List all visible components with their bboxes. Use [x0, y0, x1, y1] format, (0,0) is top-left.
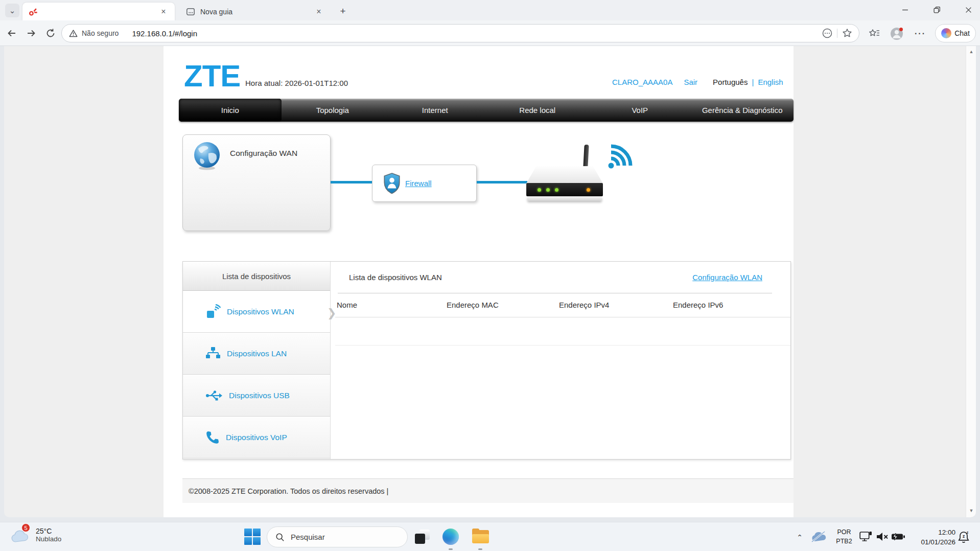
onedrive-tray-button[interactable] [810, 531, 827, 543]
nav-item-rede-local[interactable]: Rede local [486, 99, 589, 122]
tab-title: Nova guia [200, 8, 314, 16]
weather-widget[interactable]: 5 25°C Nublado [10, 526, 61, 543]
clock-date: 01/01/2026 [906, 537, 955, 547]
favorites-hub-button[interactable] [866, 26, 883, 42]
led-green-2 [546, 188, 550, 192]
router-illustration [526, 145, 608, 207]
window-restore-button[interactable] [925, 0, 948, 19]
lang-portuguese[interactable]: Português [713, 78, 748, 86]
router-base [527, 196, 602, 201]
task-view-button[interactable] [415, 530, 430, 545]
nav-item-voip[interactable]: VoIP [589, 99, 691, 122]
wlan-panel-title: Lista de dispositivos WLAN [349, 273, 442, 282]
windows-logo-icon [244, 529, 252, 536]
firewall-card[interactable]: Firewall [372, 165, 477, 202]
profile-button[interactable] [888, 26, 905, 42]
taskbar-clock[interactable]: 12:00 01/01/2026 [906, 527, 955, 547]
sidebar-item-wlan[interactable]: Dispositivos WLAN [183, 291, 330, 333]
sidebar-item-label: Dispositivos VoIP [226, 433, 287, 442]
logout-link[interactable]: Sair [684, 78, 697, 86]
back-button[interactable] [3, 25, 20, 42]
file-explorer-button[interactable] [472, 530, 489, 544]
nav-item-internet[interactable]: Internet [384, 99, 486, 122]
browser-viewport: ZTE Hora atual: 2026-01-01T12:00 CLARO_A… [4, 46, 976, 517]
tab-search-chevron-icon[interactable]: ⌄ [5, 4, 19, 17]
ssid-link[interactable]: CLARO_AAAA0A [612, 78, 672, 86]
bell-dnd-icon: z z [958, 531, 970, 543]
tab-close-icon[interactable]: × [158, 7, 169, 16]
settings-menu-button[interactable]: ··· [912, 26, 929, 42]
new-tab-button[interactable]: + [336, 5, 349, 18]
table-row-divider [335, 317, 790, 317]
globe-icon [193, 141, 221, 171]
restore-icon [934, 7, 940, 13]
browser-tab-strip: ⌄ × Nova guia × + [0, 0, 980, 20]
address-bar[interactable]: Não seguro 192.168.0.1/#/login [61, 24, 859, 42]
scroll-up-icon[interactable]: ▲ [966, 49, 976, 54]
ellipsis-icon: ··· [915, 29, 926, 38]
notifications-tray-button[interactable]: z z [958, 531, 970, 543]
minimize-icon [902, 7, 908, 13]
nav-item-gerencia[interactable]: Gerência & Diagnóstico [691, 99, 794, 122]
copilot-chat-button[interactable]: Chat [935, 24, 976, 42]
search-placeholder: Pesquisar [291, 533, 325, 541]
sidebar-item-label: Dispositivos WLAN [227, 307, 294, 316]
taskbar-search[interactable]: Pesquisar [267, 526, 408, 547]
display-network-icon [859, 531, 872, 543]
sidebar-item-voip[interactable]: Dispositivos VoIP [183, 417, 330, 458]
url-text[interactable]: 192.168.0.1/#/login [132, 29, 820, 38]
sidebar-item-label: Dispositivos USB [229, 391, 290, 400]
nav-item-inicio[interactable]: Inicio [179, 99, 282, 122]
network-tray-button[interactable] [859, 531, 872, 543]
tab-nova-guia[interactable]: Nova guia × [180, 3, 330, 20]
wan-card-label: Configuração WAN [230, 149, 297, 158]
avatar [890, 27, 903, 40]
forward-arrow-icon [26, 28, 36, 38]
page-footer: ©2008-2025 ZTE Corporation. Todos os dir… [182, 478, 794, 503]
forward-button[interactable] [22, 25, 40, 42]
refresh-button[interactable] [42, 25, 59, 42]
lang-english[interactable]: English [758, 78, 783, 86]
chevron-down-icon: ⌄ [9, 6, 16, 15]
wan-config-card[interactable]: Configuração WAN [182, 134, 331, 231]
battery-charging-icon [891, 533, 905, 541]
folder-icon [472, 534, 489, 543]
tray-show-hidden-button[interactable]: ⌃ [793, 531, 806, 544]
edge-browser-button[interactable] [442, 529, 459, 545]
current-time-label: Hora atual: 2026-01-01T12:00 [245, 79, 348, 87]
sidebar-item-lan[interactable]: Dispositivos LAN [183, 333, 330, 375]
dnd-z-glyph: z [967, 531, 969, 534]
favorite-star-button[interactable] [839, 26, 855, 41]
led-green-1 [538, 188, 541, 192]
zte-logo: ZTE [184, 58, 240, 94]
device-list-section: Lista de dispositivos Dispositivos WLAN [182, 261, 791, 460]
column-header-mac: Endereço MAC [447, 301, 499, 309]
battery-tray-button[interactable] [891, 533, 905, 541]
chevron-up-icon: ⌃ [797, 533, 803, 541]
scroll-down-icon[interactable]: ▼ [966, 508, 976, 513]
led-green-3 [555, 188, 558, 192]
shield-person-icon [383, 173, 401, 194]
window-minimize-button[interactable] [893, 0, 917, 19]
column-header-ipv4: Endereço IPv4 [559, 301, 609, 309]
security-label[interactable]: Não seguro [82, 29, 119, 37]
table-row-divider [335, 345, 790, 346]
page-actions-button[interactable] [820, 26, 835, 41]
weather-temp: 25°C [36, 527, 61, 535]
wlan-config-link[interactable]: Configuração WLAN [692, 273, 762, 282]
wifi-signal-icon [606, 141, 634, 171]
start-button[interactable] [244, 529, 261, 545]
language-indicator[interactable]: POR PTB2 [833, 527, 855, 546]
router-top [526, 166, 603, 183]
firewall-link[interactable]: Firewall [405, 179, 432, 188]
sidebar-item-usb[interactable]: Dispositivos USB [183, 375, 330, 417]
volume-tray-button[interactable] [876, 532, 889, 542]
tab-router-page[interactable]: × [22, 3, 175, 20]
device-list-sidebar: Lista de dispositivos Dispositivos WLAN [183, 262, 331, 459]
tab-close-icon[interactable]: × [314, 7, 324, 16]
lan-icon [205, 347, 221, 361]
dnd-z-glyph: z [963, 534, 965, 539]
window-close-button[interactable] [956, 0, 980, 19]
nav-item-topologia[interactable]: Topologia [282, 99, 384, 122]
page-scrollbar[interactable]: ▲ ▼ [966, 46, 976, 517]
